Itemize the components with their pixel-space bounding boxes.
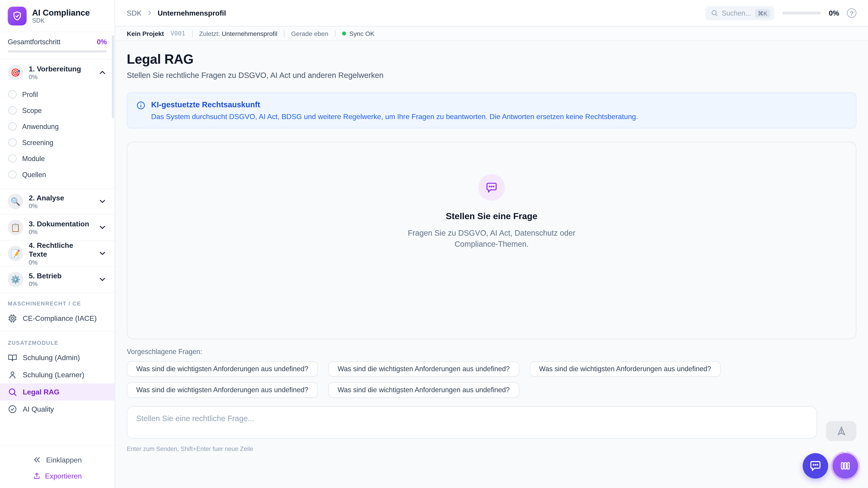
input-helper-text: Enter zum Senden, Shift+Enter fuer neue … [127,445,857,452]
overall-progress-bar [8,51,107,53]
suggested-question-chip[interactable]: Was sind die wichtigsten Anforderungen a… [328,361,519,377]
radio-circle-icon [8,90,17,98]
overall-progress-label: Gesamtfortschritt [8,38,60,46]
search-placeholder: Suchen... [722,9,751,17]
export-button[interactable]: Exportieren [0,467,115,480]
section-header-dokumentation[interactable]: 📋 3. Dokumentation 0% [0,215,115,240]
chevron-right-icon [146,9,153,17]
chevron-down-icon [98,249,107,258]
sidebar-nav: 🎯 1. Vorbereitung 0% Profil Scope Anwend… [0,60,115,445]
columns-icon [840,460,851,471]
sync-status: Sync OK [342,30,375,37]
sidebar-item-anwendung[interactable]: Anwendung [0,119,115,134]
app-root: AI Compliance SDK Gesamtfortschritt 0% 🎯… [0,0,868,488]
last-saved-time: Gerade eben [291,30,328,37]
search-icon [8,387,17,397]
sidebar-scrollbar[interactable] [112,35,114,119]
status-bar: Kein Projekt V001 Zuletzt: Unternehmensp… [115,27,868,41]
cpu-icon [8,314,17,323]
vorbereitung-subitems: Profil Scope Anwendung Screening Module … [0,85,115,188]
memo-emoji-icon: 📝 [8,246,23,261]
question-input[interactable] [127,406,817,439]
suggested-question-chip[interactable]: Was sind die wichtigsten Anforderungen a… [530,361,721,377]
radio-circle-icon [8,154,17,163]
divider [284,30,284,37]
chevron-up-icon [98,68,107,77]
sidebar: AI Compliance SDK Gesamtfortschritt 0% 🎯… [0,0,115,488]
app-logo-block: AI Compliance SDK [0,0,115,32]
app-title: AI Compliance [32,8,90,17]
chat-bubble-icon [478,174,505,201]
chat-fab-button[interactable] [803,453,828,479]
sync-ok-dot-icon [342,32,346,35]
radio-circle-icon [8,122,17,131]
search-input[interactable]: Suchen... ⌘K [705,6,775,20]
collapse-sidebar-button[interactable]: Einklappen [0,452,115,468]
header-progress-value: 0% [829,9,839,17]
floating-buttons [803,453,858,479]
sidebar-item-schulung-admin[interactable]: Schulung (Admin) [0,349,115,366]
send-button[interactable] [826,421,857,441]
sidebar-item-module[interactable]: Module [0,151,115,166]
sidebar-item-screening[interactable]: Screening [0,134,115,151]
check-circle-icon [8,404,17,414]
question-input-row [127,406,857,439]
app-subtitle: SDK [32,17,90,24]
group-header-zusatzmodule: ZUSATZMODULE [0,337,115,349]
section-header-analyse[interactable]: 🔍 2. Analyse 0% [0,189,115,214]
page-title: Legal RAG [127,52,857,67]
legal-rag-page: Legal RAG Stellen Sie rechtliche Fragen … [115,41,868,488]
divider [335,30,336,37]
send-arrow-icon [836,425,847,436]
section-betrieb: ⚙️ 5. Betrieb 0% [0,267,115,293]
info-banner-title: KI-gestuetzte Rechtsauskunft [151,100,638,109]
suggested-question-chip[interactable]: Was sind die wichtigsten Anforderungen a… [328,382,519,398]
section-header-rechtliche-texte[interactable]: 📝 4. Rechtliche Texte 0% [0,240,115,266]
section-rechtliche-texte: 📝 4. Rechtliche Texte 0% [0,240,115,267]
chat-empty-state: Stellen Sie eine Frage Fragen Sie zu DSG… [127,142,857,339]
radio-circle-icon [8,106,17,115]
search-icon [711,9,718,17]
main-area: SDK Unternehmensprofil Suchen... ⌘K [115,0,868,488]
overall-progress-value: 0% [97,38,107,46]
sidebar-item-scope[interactable]: Scope [0,102,115,119]
sidebar-item-schulung-learner[interactable]: Schulung (Learner) [0,366,115,383]
radio-circle-icon [8,170,17,179]
help-icon[interactable]: ? [847,8,857,18]
breadcrumb: SDK Unternehmensprofil [127,9,705,17]
group-header-maschinenrecht: MASCHINENRECHT / CE [0,298,115,310]
info-banner-text: Das System durchsucht DSGVO, AI Act, BDS… [151,112,638,121]
sidebar-item-quellen[interactable]: Quellen [0,166,115,183]
chevron-down-icon [98,275,107,284]
book-open-icon [8,353,17,362]
columns-fab-button[interactable] [833,453,858,479]
section-vorbereitung: 🎯 1. Vorbereitung 0% Profil Scope Anwend… [0,60,115,189]
sidebar-item-profil[interactable]: Profil [0,86,115,102]
target-icon: 🎯 [8,65,23,80]
shield-check-icon [8,6,26,25]
group-maschinenrecht: MASCHINENRECHT / CE CE-Compliance (IACE) [0,293,115,331]
suggested-question-chip[interactable]: Was sind die wichtigsten Anforderungen a… [127,361,318,377]
header-progress-bar [782,11,821,14]
section-header-vorbereitung[interactable]: 🎯 1. Vorbereitung 0% [0,60,115,85]
sidebar-item-legal-rag[interactable]: Legal RAG [0,383,115,400]
sidebar-footer: Einklappen Exportieren [0,445,115,488]
radio-circle-icon [8,138,17,147]
version-badge: V001 [170,30,185,37]
sidebar-item-ce-compliance[interactable]: CE-Compliance (IACE) [0,310,115,327]
topbar: SDK Unternehmensprofil Suchen... ⌘K [115,0,868,27]
suggested-question-chip[interactable]: Was sind die wichtigsten Anforderungen a… [127,382,318,398]
breadcrumb-sdk[interactable]: SDK [127,9,142,17]
suggested-questions: Was sind die wichtigsten Anforderungen a… [127,361,825,398]
section-dokumentation: 📋 3. Dokumentation 0% [0,215,115,240]
sidebar-item-ai-quality[interactable]: AI Quality [0,400,115,418]
clipboard-emoji-icon: 📋 [8,220,23,235]
user-icon [8,370,17,380]
page-subtitle: Stellen Sie rechtliche Fragen zu DSGVO, … [127,71,857,79]
breadcrumb-current: Unternehmensprofil [158,9,226,17]
magnifier-emoji-icon: 🔍 [8,194,23,209]
search-shortcut-kbd: ⌘K [755,8,770,18]
project-name: Kein Projekt [127,30,164,37]
section-header-betrieb[interactable]: ⚙️ 5. Betrieb 0% [0,267,115,292]
info-icon [136,101,146,121]
